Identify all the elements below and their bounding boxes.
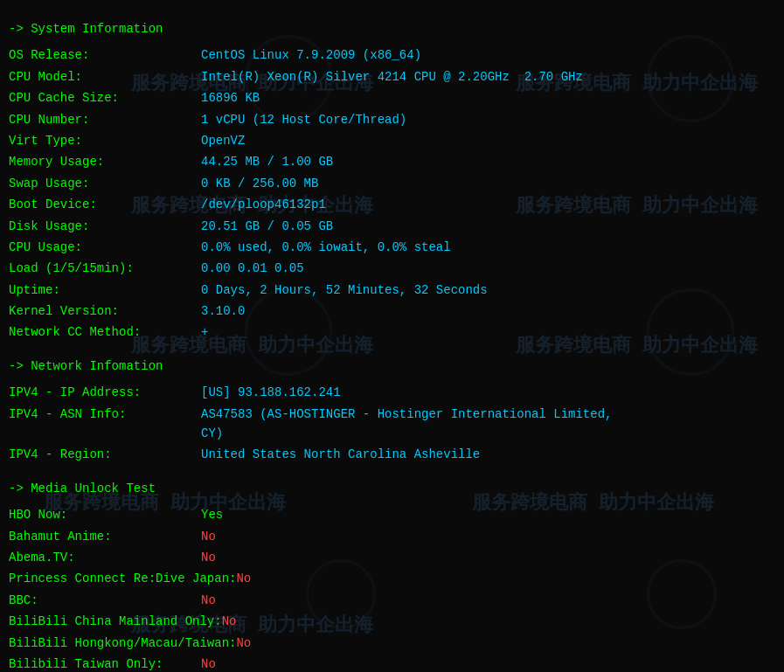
table-row: HBO Now: Yes [9,505,775,524]
network-cc-value: + [201,322,208,342]
swap-usage-label: Swap Usage: [9,174,201,193]
main-content: -> System Information OS Release: CentOS… [9,19,775,672]
cpu-number-value: 1 vCPU (12 Host Core/Thread) [201,110,406,129]
memory-usage-value: 44.25 MB / 1.00 GB [201,152,333,171]
boot-device-value: /dev/ploop46132p1 [201,195,326,214]
memory-usage-label: Memory Usage: [9,152,201,171]
ipv4-address-value: [US] 93.188.162.241 [201,383,341,402]
table-row: Boot Device: /dev/ploop46132p1 [9,195,775,214]
disk-usage-value: 20.51 GB / 0.05 GB [201,217,333,236]
bilibili-china-value: No [222,612,237,631]
abema-value: No [201,548,216,567]
virt-type-label: Virt Type: [9,131,201,150]
ipv4-region-label: IPV4 - Region: [9,445,201,464]
cpu-number-label: CPU Number: [9,110,201,129]
network-section-title: -> Network Infomation [9,357,775,376]
os-release-value: CentOS Linux 7.9.2009 (x86_64) [201,45,421,65]
bilibili-taiwan-value: No [201,655,216,672]
bilibili-china-label: BiliBili China Mainland Only: [9,612,222,631]
table-row: CPU Number: 1 vCPU (12 Host Core/Thread) [9,110,775,129]
table-row: Kernel Version: 3.10.0 [9,301,775,321]
table-row: Memory Usage: 44.25 MB / 1.00 GB [9,152,775,171]
uptime-value: 0 Days, 2 Hours, 52 Minutes, 32 Seconds [201,281,488,300]
system-section: -> System Information [9,19,775,38]
cpu-cache-label: CPU Cache Size: [9,88,201,107]
cpu-model-value: Intel(R) Xeon(R) Silver 4214 CPU @ 2.20G… [201,67,583,87]
swap-usage-value: 0 KB / 256.00 MB [201,174,318,193]
load-label: Load (1/5/15min): [9,259,201,278]
virt-type-value: OpenVZ [201,131,245,150]
table-row: OS Release: CentOS Linux 7.9.2009 (x86_6… [9,45,775,65]
network-cc-label: Network CC Method: [9,322,201,342]
kernel-version-value: 3.10.0 [201,301,245,321]
abema-label: Abema.TV: [9,548,201,567]
table-row: IPV4 - Region: United States North Carol… [9,445,775,464]
system-section-title: -> System Information [9,19,775,38]
cpu-usage-value: 0.0% used, 0.0% iowait, 0.0% steal [201,238,451,257]
table-row: BiliBili Hongkong/Macau/Taiwan: No [9,634,775,653]
table-row: Swap Usage: 0 KB / 256.00 MB [9,174,775,193]
table-row: Bahamut Anime: No [9,527,775,546]
table-row: BBC: No [9,591,775,610]
bahamut-value: No [201,527,216,546]
table-row: CPU Model: Intel(R) Xeon(R) Silver 4214 … [9,67,775,87]
uptime-label: Uptime: [9,281,201,300]
media-section: -> Media Unlock Test [9,479,775,498]
cpu-usage-label: CPU Usage: [9,238,201,257]
table-row: Disk Usage: 20.51 GB / 0.05 GB [9,217,775,236]
bbc-label: BBC: [9,591,201,610]
table-row: Network CC Method: + [9,322,775,342]
ipv4-asn-value: AS47583 (AS-HOSTINGER - Hostinger Intern… [201,405,612,444]
table-row: CPU Cache Size: 16896 KB [9,88,775,107]
table-row: Load (1/5/15min): 0.00 0.01 0.05 [9,259,775,278]
bilibili-taiwan-label: Bilibili Taiwan Only: [9,655,201,672]
table-row: Uptime: 0 Days, 2 Hours, 52 Minutes, 32 … [9,281,775,300]
table-row: Princess Connect Re:Dive Japan: No [9,569,775,588]
princess-connect-label: Princess Connect Re:Dive Japan: [9,569,236,588]
bilibili-hk-label: BiliBili Hongkong/Macau/Taiwan: [9,634,236,653]
media-unlock-rows: HBO Now: Yes Bahamut Anime: No Abema.TV:… [9,505,775,672]
cpu-model-label: CPU Model: [9,67,201,87]
media-section-title: -> Media Unlock Test [9,479,775,498]
disk-usage-label: Disk Usage: [9,217,201,236]
network-info-rows: IPV4 - IP Address: [US] 93.188.162.241 I… [9,383,775,465]
table-row: IPV4 - ASN Info: AS47583 (AS-HOSTINGER -… [9,405,775,444]
load-value: 0.00 0.01 0.05 [201,259,304,278]
boot-device-label: Boot Device: [9,195,201,214]
os-release-label: OS Release: [9,45,201,65]
ipv4-address-label: IPV4 - IP Address: [9,383,201,402]
ipv4-region-value: United States North Carolina Asheville [201,445,480,464]
table-row: BiliBili China Mainland Only: No [9,612,775,631]
network-section: -> Network Infomation [9,357,775,376]
bilibili-hk-value: No [236,634,251,653]
cpu-cache-value: 16896 KB [201,88,260,107]
table-row: CPU Usage: 0.0% used, 0.0% iowait, 0.0% … [9,238,775,257]
hbo-label: HBO Now: [9,505,201,524]
hbo-value: Yes [201,505,223,524]
table-row: Virt Type: OpenVZ [9,131,775,150]
kernel-version-label: Kernel Version: [9,301,201,321]
table-row: IPV4 - IP Address: [US] 93.188.162.241 [9,383,775,402]
princess-connect-value: No [236,569,251,588]
table-row: Abema.TV: No [9,548,775,567]
bahamut-label: Bahamut Anime: [9,527,201,546]
table-row: Bilibili Taiwan Only: No [9,655,775,672]
ipv4-asn-label: IPV4 - ASN Info: [9,405,201,444]
system-info-rows: OS Release: CentOS Linux 7.9.2009 (x86_6… [9,45,775,342]
bbc-value: No [201,591,216,610]
